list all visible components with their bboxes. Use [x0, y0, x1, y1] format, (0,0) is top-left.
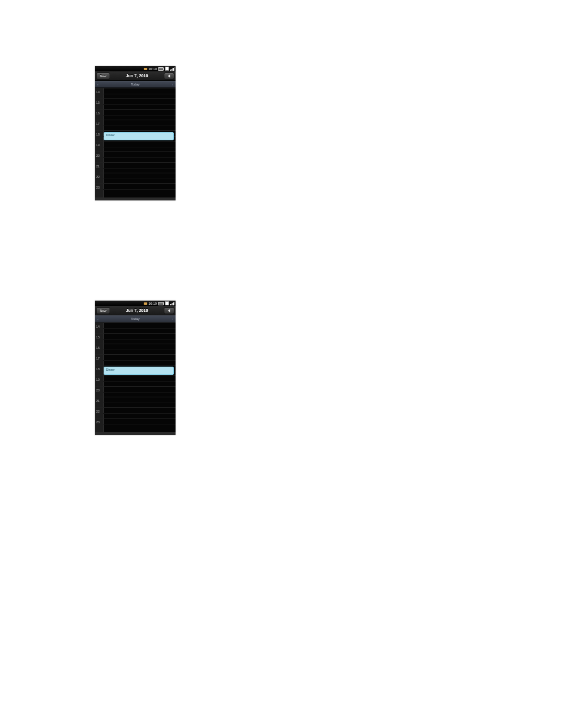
status-time: 10:19 — [148, 67, 157, 71]
half-hour-line — [103, 104, 176, 105]
hour-row[interactable]: 15 — [95, 333, 176, 344]
calendar-event[interactable]: Dinner — [104, 132, 174, 140]
signal-icon — [170, 67, 174, 71]
hour-label: 17 — [95, 355, 104, 360]
next-day-button[interactable]: › — [170, 317, 176, 321]
hour-label: 16 — [95, 344, 104, 350]
hour-label: 18 — [95, 365, 104, 371]
hour-row[interactable]: 16 — [95, 344, 176, 354]
hour-row[interactable]: 22 — [95, 173, 176, 183]
hour-row[interactable]: 21 — [95, 162, 176, 173]
half-hour-line — [103, 126, 176, 126]
prev-day-button[interactable]: ‹ — [95, 83, 101, 86]
chevron-left-icon — [168, 74, 170, 78]
mail-icon — [144, 68, 147, 70]
hour-label: 21 — [95, 163, 104, 168]
back-button[interactable] — [164, 73, 174, 80]
phone-screen: 10:19NewJun 7, 2010‹Today›14151617181920… — [95, 66, 176, 200]
half-hour-line — [103, 381, 176, 382]
phone-screen: 10:19NewJun 7, 2010‹Today›14151617181920… — [95, 301, 176, 435]
date-title: Jun 7, 2010 — [110, 308, 164, 312]
signal-icon — [170, 302, 174, 305]
status-square-icon — [165, 301, 169, 305]
hour-row[interactable]: 14 — [95, 88, 176, 98]
event-title: Dinner — [106, 133, 115, 137]
today-label[interactable]: Today — [101, 317, 170, 321]
hour-label: 22 — [95, 408, 104, 413]
day-grid[interactable]: 14151617181920212223Dinner — [95, 322, 176, 435]
hour-row[interactable]: 17 — [95, 354, 176, 365]
half-hour-line — [103, 392, 176, 393]
hour-label: 20 — [95, 152, 104, 157]
date-title: Jun 7, 2010 — [110, 74, 164, 78]
hour-row[interactable]: 23 — [95, 183, 176, 194]
half-hour-line — [103, 424, 176, 424]
hour-row[interactable]: 20 — [95, 386, 176, 397]
hour-row[interactable]: 17 — [95, 120, 176, 130]
today-label[interactable]: Today — [101, 83, 170, 86]
mail-icon — [144, 302, 147, 305]
new-button[interactable]: New — [96, 307, 110, 314]
today-bar: ‹Today› — [95, 81, 176, 88]
hour-row[interactable]: 15 — [95, 98, 176, 109]
hour-label: 22 — [95, 173, 104, 179]
today-bar: ‹Today› — [95, 315, 176, 322]
new-button[interactable]: New — [96, 73, 110, 80]
hour-label: 23 — [95, 184, 104, 189]
hour-label: 15 — [95, 99, 104, 104]
day-grid[interactable]: 14151617181920212223Dinner — [95, 88, 176, 200]
hour-row[interactable]: 19 — [95, 375, 176, 386]
half-hour-line — [103, 147, 176, 147]
calendar-header: NewJun 7, 2010 — [95, 306, 176, 315]
bottom-strip — [95, 432, 176, 435]
hour-label: 14 — [95, 88, 104, 94]
calendar-event[interactable]: Dinner — [104, 367, 174, 375]
half-hour-line — [103, 189, 176, 190]
hour-label: 18 — [95, 131, 104, 136]
hour-row[interactable]: 20 — [95, 151, 176, 162]
half-hour-line — [103, 403, 176, 403]
prev-day-button[interactable]: ‹ — [95, 317, 101, 321]
hour-label: 17 — [95, 120, 104, 126]
half-hour-line — [103, 350, 176, 350]
status-bar: 10:19 — [95, 301, 176, 306]
half-hour-line — [103, 328, 176, 329]
hour-label: 19 — [95, 141, 104, 147]
hour-label: 19 — [95, 376, 104, 381]
hour-label: 16 — [95, 110, 104, 115]
hour-row[interactable]: 21 — [95, 397, 176, 407]
hour-label: 21 — [95, 397, 104, 403]
hour-label: 15 — [95, 334, 104, 339]
hour-row[interactable]: 14 — [95, 322, 176, 333]
back-button[interactable] — [164, 307, 174, 314]
half-hour-line — [103, 413, 176, 414]
hour-row[interactable]: 16 — [95, 109, 176, 120]
half-hour-line — [103, 179, 176, 179]
hour-label: 23 — [95, 419, 104, 424]
hour-row[interactable]: 22 — [95, 407, 176, 418]
battery-icon — [158, 67, 164, 71]
battery-icon — [158, 302, 164, 305]
status-bar: 10:19 — [95, 66, 176, 71]
status-square-icon — [165, 67, 169, 71]
hour-row[interactable]: 23 — [95, 418, 176, 429]
half-hour-line — [103, 115, 176, 116]
calendar-header: NewJun 7, 2010 — [95, 71, 176, 81]
half-hour-line — [103, 168, 176, 169]
event-title: Dinner — [106, 368, 115, 371]
chevron-left-icon — [168, 309, 170, 312]
next-day-button[interactable]: › — [170, 83, 176, 86]
half-hour-line — [103, 157, 176, 158]
hour-label: 20 — [95, 387, 104, 392]
bottom-strip — [95, 197, 176, 200]
half-hour-line — [103, 360, 176, 361]
half-hour-line — [103, 94, 176, 94]
status-time: 10:19 — [148, 302, 157, 305]
hour-row[interactable]: 19 — [95, 141, 176, 151]
half-hour-line — [103, 339, 176, 340]
hour-label: 14 — [95, 323, 104, 328]
